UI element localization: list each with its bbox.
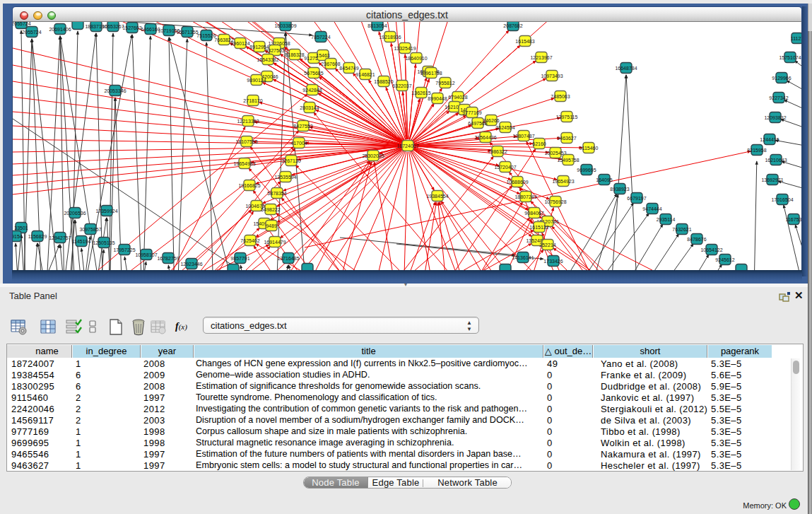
svg-text:5498222: 5498222 <box>261 207 280 212</box>
svg-text:20206536: 20206536 <box>64 211 86 216</box>
svg-text:9084067: 9084067 <box>524 211 543 216</box>
svg-text:10025453: 10025453 <box>544 151 566 156</box>
svg-text:417004: 417004 <box>290 141 307 146</box>
svg-text:6497568: 6497568 <box>468 121 487 126</box>
svg-text:8215958: 8215958 <box>747 148 766 153</box>
svg-text:10807487: 10807487 <box>512 134 534 139</box>
svg-text:17957225: 17957225 <box>113 247 135 252</box>
svg-text:12213967: 12213967 <box>530 55 552 60</box>
svg-text:16671355: 16671355 <box>176 30 198 35</box>
svg-text:39154: 39154 <box>13 234 23 239</box>
svg-text:16648784: 16648784 <box>615 66 637 71</box>
svg-text:8186328: 8186328 <box>285 52 304 57</box>
svg-text:10653267: 10653267 <box>102 24 124 29</box>
svg-text:9115460: 9115460 <box>579 146 599 151</box>
svg-text:9777169: 9777169 <box>462 110 481 115</box>
svg-text:5675685: 5675685 <box>304 71 323 76</box>
svg-text:13975115: 13975115 <box>556 115 578 119</box>
svg-text:2367608: 2367608 <box>321 62 340 66</box>
svg-text:7857224: 7857224 <box>311 35 330 40</box>
svg-text:6679197: 6679197 <box>627 196 646 201</box>
svg-text:5878354: 5878354 <box>267 191 286 196</box>
svg-text:19654983: 19654983 <box>233 161 255 166</box>
svg-text:12923446: 12923446 <box>180 262 202 267</box>
svg-text:8478676: 8478676 <box>687 237 706 242</box>
svg-text:2087682: 2087682 <box>503 23 522 28</box>
svg-text:7986322: 7986322 <box>488 149 507 154</box>
svg-text:19166825: 19166825 <box>238 183 260 188</box>
svg-text:7485063: 7485063 <box>551 94 570 99</box>
svg-text:7955812: 7955812 <box>435 81 454 86</box>
svg-text:1145194: 1145194 <box>72 239 91 244</box>
svg-text:116753: 116753 <box>786 217 802 222</box>
svg-text:17016504: 17016504 <box>771 197 793 202</box>
svg-text:10654122: 10654122 <box>700 247 722 252</box>
svg-text:1733426: 1733426 <box>543 259 563 264</box>
svg-text:9857791: 9857791 <box>230 256 249 261</box>
svg-text:9474444: 9474444 <box>642 206 661 211</box>
svg-text:9242848: 9242848 <box>302 88 322 93</box>
svg-text:2935114: 2935114 <box>657 217 676 222</box>
svg-text:1527602: 1527602 <box>122 25 141 30</box>
svg-text:2803144: 2803144 <box>300 105 319 110</box>
svg-text:9129966: 9129966 <box>772 76 791 81</box>
svg-text:8813054: 8813054 <box>367 23 387 28</box>
svg-text:8990448: 8990448 <box>428 96 447 101</box>
svg-text:18107553: 18107553 <box>235 139 257 144</box>
svg-text:1615132: 1615132 <box>529 225 548 230</box>
svg-text:19654923: 19654923 <box>552 179 574 184</box>
svg-text:15495758: 15495758 <box>557 158 579 163</box>
svg-text:1244415: 1244415 <box>760 137 779 142</box>
svg-text:8427552: 8427552 <box>293 124 312 129</box>
svg-text:10958107: 10958107 <box>135 252 157 257</box>
svg-text:16914479: 16914479 <box>264 240 286 245</box>
svg-text:15463: 15463 <box>316 53 330 58</box>
svg-text:25302035: 25302035 <box>362 153 384 158</box>
svg-text:1588520: 1588520 <box>374 79 393 84</box>
svg-text:2718170: 2718170 <box>243 98 262 103</box>
svg-text:9489: 9489 <box>266 223 277 228</box>
svg-text:2055724: 2055724 <box>22 30 41 35</box>
svg-text:16210643: 16210643 <box>765 158 787 163</box>
svg-text:17359924: 17359924 <box>95 209 117 214</box>
svg-text:16033809: 16033809 <box>274 23 296 28</box>
svg-text:15751074: 15751074 <box>779 55 801 60</box>
svg-text:30975857: 30975857 <box>79 227 101 232</box>
svg-text:16782759: 16782759 <box>157 256 179 261</box>
svg-text:13535594: 13535594 <box>274 175 296 180</box>
svg-text:9146821: 9146821 <box>355 72 375 77</box>
svg-text:1615483: 1615483 <box>515 39 534 44</box>
svg-text:19218936: 19218936 <box>379 35 401 40</box>
svg-text:12942757: 12942757 <box>49 235 71 240</box>
svg-text:8454749: 8454749 <box>339 66 358 71</box>
svg-text:11121: 11121 <box>791 36 802 41</box>
svg-text:9327503: 9327503 <box>265 48 284 53</box>
svg-text:10973493: 10973493 <box>541 74 563 78</box>
svg-text:7625402: 7625402 <box>240 238 259 243</box>
svg-text:19384554: 19384554 <box>426 194 448 199</box>
svg-text:13692971: 13692971 <box>761 177 783 182</box>
svg-text:3624554: 3624554 <box>495 125 514 130</box>
svg-text:13325419: 13325419 <box>394 46 416 51</box>
svg-text:18807249: 18807249 <box>514 194 536 199</box>
svg-text:3267130: 3267130 <box>281 158 300 163</box>
svg-text:9463627: 9463627 <box>557 136 576 141</box>
svg-text:9699695: 9699695 <box>577 168 596 173</box>
svg-text:10756928: 10756928 <box>544 199 566 204</box>
svg-text:62160: 62160 <box>532 141 546 146</box>
svg-text:18724007: 18724007 <box>396 144 418 148</box>
svg-text:10688609: 10688609 <box>506 180 528 185</box>
svg-text:15720407: 15720407 <box>494 165 516 170</box>
svg-text:6794028: 6794028 <box>448 95 467 100</box>
svg-text:9227342: 9227342 <box>769 95 788 100</box>
svg-text:21564436: 21564436 <box>474 135 496 140</box>
svg-text:8960124: 8960124 <box>230 41 249 46</box>
svg-text:20053346: 20053346 <box>104 88 126 93</box>
svg-text:13716485: 13716485 <box>277 256 299 261</box>
svg-text:2055724: 2055724 <box>13 22 31 26</box>
svg-text:20691406: 20691406 <box>49 27 71 32</box>
svg-text:7515526: 7515526 <box>196 33 216 38</box>
svg-text:33501: 33501 <box>14 226 28 230</box>
svg-text:12213383: 12213383 <box>237 119 259 124</box>
svg-text:9890124: 9890124 <box>247 78 266 83</box>
